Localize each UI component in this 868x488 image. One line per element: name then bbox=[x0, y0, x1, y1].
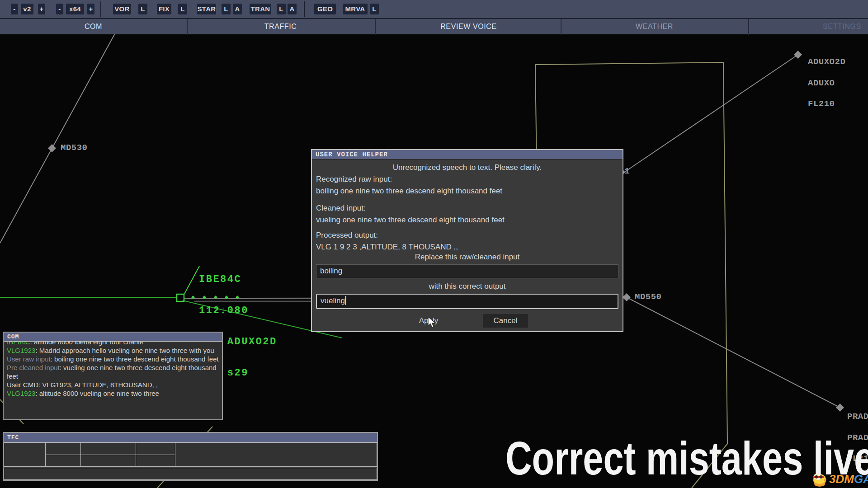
correct-output-input[interactable]: vueling bbox=[316, 294, 618, 309]
speed-label-button[interactable]: v2 bbox=[21, 4, 33, 14]
com-message-prefix: VLG1923 bbox=[7, 347, 35, 354]
com-message-text: : Madrid approach hello vueling one nine… bbox=[35, 347, 214, 354]
tfc-cell bbox=[80, 455, 136, 467]
waypoint-diamond bbox=[794, 51, 802, 59]
zoom-increase-button[interactable]: + bbox=[87, 4, 94, 14]
user-voice-helper-dialog: USER VOICE HELPER Unrecognized speech to… bbox=[311, 149, 623, 332]
leader-line bbox=[184, 266, 199, 294]
correct-output-label: with this correct output bbox=[316, 282, 618, 291]
tfc-panel-title[interactable]: TFC bbox=[4, 433, 377, 443]
com-message: VLG1923: Madrid approach hello vueling o… bbox=[7, 346, 219, 355]
speed-decrease-button[interactable]: - bbox=[11, 4, 18, 14]
tran-button[interactable]: TRAN bbox=[250, 4, 271, 14]
tab-weather[interactable]: WEATHER bbox=[561, 19, 747, 35]
star-a-button[interactable]: A bbox=[233, 4, 242, 14]
cleaned-input-label: Cleaned input: bbox=[316, 204, 618, 213]
com-panel: COM IBE84C: altitude 8000 iberia eight f… bbox=[3, 332, 223, 420]
tfc-cell bbox=[4, 443, 46, 467]
waypoint-line: FL210 bbox=[808, 101, 845, 108]
tfc-row-empty bbox=[4, 468, 377, 480]
com-panel-title[interactable]: COM bbox=[4, 333, 222, 342]
com-message-text: : altitude 8000 vueling one nine two thr… bbox=[35, 389, 159, 397]
cleaned-input-value: vueling one nine two three descend eight… bbox=[316, 216, 618, 225]
raw-input-label: Recognized raw input: bbox=[316, 175, 618, 184]
tfc-cell bbox=[136, 443, 175, 455]
tfc-cell bbox=[136, 455, 175, 467]
dialog-message: Unrecognized speech to text. Please clar… bbox=[316, 163, 618, 172]
aircraft-callsign[interactable]: IBE84C bbox=[199, 274, 277, 285]
waypoint-line: ADUXO bbox=[808, 80, 845, 87]
toolbar-separator bbox=[304, 1, 305, 17]
raw-input-value: boiling one nine two three descend eight… bbox=[316, 187, 618, 196]
waypoint-diamond bbox=[48, 144, 56, 152]
waypoint-diamond bbox=[623, 293, 631, 301]
dialog-title[interactable]: USER VOICE HELPER bbox=[312, 150, 623, 160]
speed-increase-button[interactable]: + bbox=[38, 4, 45, 14]
tran-a-button[interactable]: A bbox=[288, 4, 297, 14]
fix-l-button[interactable]: L bbox=[178, 4, 187, 14]
com-message-prefix: VLG1923 bbox=[7, 389, 35, 397]
com-message-log[interactable]: IBE84C: altitude 8000 iberia eight four … bbox=[4, 342, 222, 419]
processed-output-label: Processed output: bbox=[316, 231, 618, 240]
mrva-l-button[interactable]: L bbox=[370, 4, 379, 14]
fix-button[interactable]: FIX bbox=[157, 4, 171, 14]
waypoint-label-md550: MD550 bbox=[635, 293, 662, 300]
com-message-prefix: Pre cleaned input bbox=[7, 364, 60, 371]
waypoint-line: PRADO2D bbox=[847, 413, 868, 421]
vor-button[interactable]: VOR bbox=[113, 4, 131, 14]
brand-3dm-text: 3DM bbox=[829, 472, 854, 486]
correct-output-text: vueling bbox=[321, 296, 345, 305]
waypoint-label-md530: MD530 bbox=[61, 144, 88, 151]
tfc-cell bbox=[80, 443, 136, 455]
star-button[interactable]: STAR bbox=[197, 4, 216, 14]
tab-settings[interactable]: SETTINGS bbox=[748, 19, 868, 35]
com-message: VLG1923: altitude 8000 vueling one nine … bbox=[7, 389, 219, 398]
game-screen: MD530 MD550 1 ADUXO2D ADUXO FL210 PRADO2… bbox=[0, 0, 868, 488]
aircraft-altitude: 112↓080 bbox=[199, 305, 277, 316]
com-message-text: : VLG1923, ALTITUDE, 8THOUSAND, , bbox=[38, 381, 158, 389]
tab-review-voice[interactable]: REVIEW VOICE bbox=[375, 19, 561, 35]
star-l-button[interactable]: L bbox=[222, 4, 231, 14]
brand-watermark: 3DMGAME bbox=[811, 470, 868, 488]
airway-line bbox=[0, 0, 133, 243]
zoom-label-button[interactable]: x64 bbox=[66, 4, 84, 14]
mouse-cursor bbox=[427, 316, 438, 329]
cancel-button[interactable]: Cancel bbox=[483, 314, 528, 328]
com-message: User CMD: VLG1923, ALTITUDE, 8THOUSAND, … bbox=[7, 380, 219, 389]
sector-line bbox=[535, 62, 723, 65]
mrva-button[interactable]: MRVA bbox=[343, 4, 368, 14]
com-message: IBE84C: altitude 8000 iberia eight four … bbox=[7, 342, 219, 346]
com-message: Pre cleaned input: vueling one nine two … bbox=[7, 363, 219, 380]
com-message-prefix: IBE84C bbox=[7, 342, 30, 346]
com-message-prefix: User CMD bbox=[7, 381, 38, 389]
geo-button[interactable]: GEO bbox=[314, 4, 336, 14]
tfc-panel: TFC bbox=[3, 432, 378, 481]
main-tab-bar: COM TRAFFIC REVIEW VOICE WEATHER SETTING… bbox=[0, 18, 868, 34]
airway-line bbox=[627, 297, 840, 408]
tab-com[interactable]: COM bbox=[0, 19, 187, 35]
replace-input-label: Replace this raw/cleaned input bbox=[316, 253, 618, 262]
map-toolbar: - v2 + - x64 + VOR L FIX L STAR L A TRAN… bbox=[0, 0, 868, 18]
waypoint-line: ADUXO2D bbox=[808, 59, 845, 66]
processed-output-value: VLG 1 9 2 3 ,ALTITUDE, 8 THOUSAND ,, bbox=[316, 243, 618, 252]
replace-input[interactable]: boiling bbox=[316, 264, 618, 278]
com-message-text: : altitude 8000 iberia eight four charli… bbox=[30, 342, 143, 346]
com-message-prefix: User raw input bbox=[7, 355, 51, 363]
tab-traffic[interactable]: TRAFFIC bbox=[187, 19, 373, 35]
tfc-cell bbox=[45, 455, 81, 467]
com-message-text: : boiling one nine two three descend eig… bbox=[51, 355, 219, 363]
zoom-decrease-button[interactable]: - bbox=[56, 4, 63, 14]
brand-game-text: GAME bbox=[854, 472, 868, 486]
airway-line bbox=[624, 55, 798, 172]
tran-l-button[interactable]: L bbox=[277, 4, 286, 14]
com-message: User raw input: boiling one nine two thr… bbox=[7, 355, 219, 363]
tfc-cell bbox=[175, 443, 377, 467]
toolbar-separator bbox=[100, 1, 101, 17]
replace-input-text: boiling bbox=[320, 267, 342, 275]
sector-line bbox=[723, 62, 727, 444]
brand-mascot-icon bbox=[811, 470, 829, 488]
waypoint-label-partial: 1 bbox=[624, 168, 630, 175]
vor-l-button[interactable]: L bbox=[138, 4, 147, 14]
text-caret bbox=[345, 296, 346, 305]
tfc-cell bbox=[45, 443, 81, 455]
